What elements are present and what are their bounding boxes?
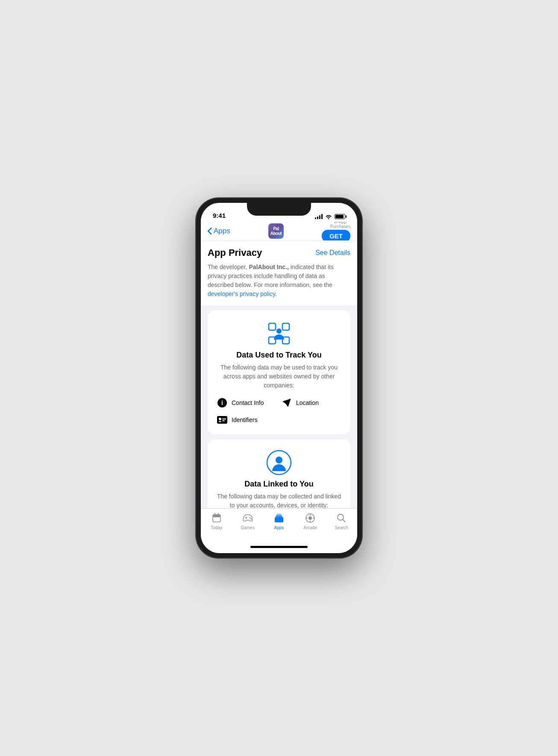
svg-rect-1	[282, 323, 289, 330]
location-arrow-icon-1	[281, 397, 293, 409]
nav-app-icon: PalAbout	[268, 223, 284, 239]
arcade-icon	[304, 512, 316, 524]
tab-today-label: Today	[211, 525, 222, 530]
svg-rect-0	[269, 323, 276, 330]
home-bar	[250, 546, 308, 548]
tab-search-label: Search	[335, 525, 349, 530]
track-item-location: Location	[281, 397, 342, 409]
linked-card-header: Data Linked to You The following data ma…	[216, 450, 342, 508]
svg-rect-33	[276, 514, 282, 519]
notch	[247, 203, 311, 216]
track-location-label: Location	[296, 399, 319, 406]
tab-apps[interactable]: Apps	[266, 512, 292, 530]
track-item-identifiers: Identifiers	[216, 414, 277, 426]
track-icon	[266, 321, 292, 346]
svg-point-30	[250, 519, 252, 520]
privacy-title: App Privacy	[208, 247, 262, 258]
nav-right: In-App Purchases GET	[322, 220, 350, 242]
phone-screen: 9:41 A	[201, 203, 357, 553]
tab-apps-label: Apps	[274, 525, 284, 530]
games-icon	[242, 512, 254, 524]
status-icons	[315, 214, 345, 219]
back-label: Apps	[214, 227, 230, 235]
svg-rect-7	[217, 416, 227, 424]
svg-point-13	[276, 457, 282, 463]
privacy-header-section: App Privacy See Details The developer, P…	[201, 240, 357, 305]
battery-icon	[335, 214, 345, 219]
wifi-icon	[325, 214, 332, 219]
id-card-icon-1	[216, 414, 228, 426]
tab-today[interactable]: Today	[204, 512, 229, 530]
info-circle-icon: i	[216, 397, 228, 409]
svg-rect-28	[218, 513, 219, 515]
scroll-content[interactable]: App Privacy See Details The developer, P…	[201, 240, 357, 508]
app-icon: PalAbout	[268, 223, 284, 239]
svg-point-4	[276, 328, 282, 334]
linked-icon	[266, 450, 292, 475]
svg-point-8	[219, 418, 221, 420]
privacy-header: App Privacy See Details	[208, 247, 350, 258]
track-items-grid: i Contact Info Loc	[216, 397, 342, 426]
track-item-contact: i Contact Info	[216, 397, 277, 409]
status-time: 9:41	[213, 212, 226, 219]
see-details-link[interactable]: See Details	[315, 249, 350, 257]
privacy-cards: Data Used to Track You The following dat…	[201, 305, 357, 508]
today-icon	[211, 512, 223, 524]
tab-bar: Today Games	[201, 508, 357, 544]
navigation-bar: Apps PalAbout In-App Purchases GET	[201, 222, 357, 240]
svg-point-29	[249, 517, 250, 519]
svg-point-35	[308, 516, 312, 520]
apps-icon	[273, 512, 285, 524]
track-card-header: Data Used to Track You The following dat…	[216, 321, 342, 390]
track-identifiers-label: Identifiers	[232, 416, 258, 423]
svg-rect-26	[213, 515, 220, 517]
tab-arcade-label: Arcade	[303, 525, 317, 530]
phone-frame: 9:41 A	[196, 198, 362, 558]
linked-card-title: Data Linked to You	[244, 480, 313, 489]
tab-games-label: Games	[241, 525, 255, 530]
search-icon	[335, 512, 347, 524]
track-contact-label: Contact Info	[232, 399, 264, 406]
linked-card-desc: The following data may be collected and …	[216, 492, 342, 508]
privacy-policy-link[interactable]: developer's privacy policy.	[208, 290, 277, 297]
track-card-title: Data Used to Track You	[236, 351, 321, 360]
tab-games[interactable]: Games	[235, 512, 261, 530]
linked-card: Data Linked to You The following data ma…	[208, 440, 350, 508]
svg-text:i: i	[221, 399, 223, 406]
signal-icon	[315, 214, 323, 219]
privacy-description: The developer, PalAbout Inc., indicated …	[208, 263, 350, 299]
track-card-desc: The following data may be used to track …	[216, 363, 342, 390]
home-indicator	[201, 544, 357, 553]
track-card: Data Used to Track You The following dat…	[208, 311, 350, 434]
back-button[interactable]: Apps	[208, 227, 230, 235]
svg-rect-11	[222, 420, 225, 421]
svg-rect-9	[219, 421, 221, 422]
svg-rect-10	[222, 419, 226, 419]
tab-search[interactable]: Search	[329, 512, 354, 530]
tab-arcade[interactable]: Arcade	[297, 512, 323, 530]
svg-rect-27	[214, 513, 215, 515]
